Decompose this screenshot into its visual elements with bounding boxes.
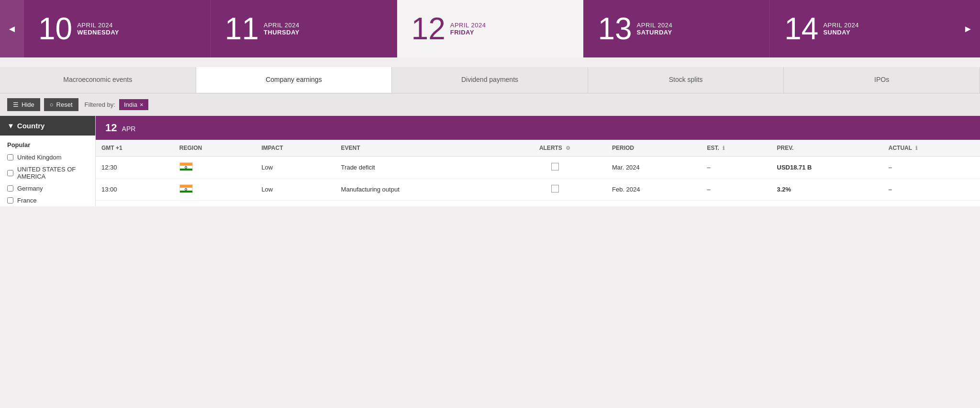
col-header-actual: ACTUAL ℹ — [883, 140, 980, 157]
day-14-number: 14 — [784, 13, 818, 44]
day-13-name: SATURDAY — [637, 29, 673, 36]
row1-region — [174, 157, 256, 179]
row1-prev: USD18.71 B — [771, 157, 883, 179]
tab-ipos[interactable]: IPOs — [784, 67, 980, 93]
col-header-event: EVENT — [335, 140, 504, 157]
filter-tag-india[interactable]: India × — [119, 99, 148, 110]
calendar-day-13[interactable]: 13 APRIL 2024 SATURDAY — [583, 0, 770, 57]
india-flag — [179, 162, 193, 171]
checkbox-united-kingdom[interactable] — [7, 154, 13, 160]
day-12-number: 12 — [412, 13, 445, 44]
tab-stock-splits[interactable]: Stock splits — [588, 67, 784, 93]
actual-info-icon[interactable]: ℹ — [915, 145, 917, 151]
table-header-row: GMT +1 REGION IMPACT EVENT ALERTS ⚙ PERI… — [96, 140, 980, 157]
row2-event: Manufacturing output — [335, 179, 504, 201]
day-14-info: APRIL 2024 SUNDAY — [823, 22, 859, 36]
reset-icon: ○ — [50, 101, 54, 108]
india-flag-2 — [179, 184, 193, 193]
day-11-number: 11 — [225, 13, 259, 44]
row1-impact: Low — [256, 157, 335, 179]
day-13-number: 13 — [598, 13, 632, 44]
alerts-settings-icon[interactable]: ⚙ — [566, 145, 570, 151]
day-12-month: APRIL 2024 — [450, 22, 486, 29]
hide-label: Hide — [22, 101, 34, 108]
germany-label: Germany — [17, 185, 43, 192]
tabs-container: Macroeconomic events Company earnings Di… — [0, 67, 980, 93]
calendar-day-11[interactable]: 11 APRIL 2024 THURSDAY — [211, 0, 397, 57]
sidebar-item-united-kingdom[interactable]: United Kingdom — [0, 151, 95, 163]
tab-company-earnings[interactable]: Company earnings — [196, 67, 392, 93]
day-11-name: THURSDAY — [264, 29, 300, 36]
col-header-alerts: ALERTS ⚙ — [503, 140, 606, 157]
tab-dividend-payments[interactable]: Dividend payments — [392, 67, 588, 93]
col-header-region: REGION — [174, 140, 256, 157]
row2-period: Feb. 2024 — [606, 179, 702, 201]
sidebar-item-germany[interactable]: Germany — [0, 182, 95, 194]
prev-nav-button[interactable]: ◄ — [0, 0, 24, 57]
chevron-down-icon: ▼ — [7, 122, 14, 130]
layout: ▼ Country Popular United Kingdom UNITED … — [0, 116, 980, 206]
col-header-prev: PREV. — [771, 140, 883, 157]
row2-time: 13:00 — [96, 179, 174, 201]
row1-alert-checkbox[interactable] — [551, 163, 559, 170]
row1-time: 12:30 — [96, 157, 174, 179]
table-row: 13:00 Low Manufacturing output — [96, 179, 980, 201]
reset-button[interactable]: ○ Reset — [44, 98, 78, 111]
row1-actual: – — [883, 157, 980, 179]
filtered-by-label: Filtered by: — [85, 101, 115, 108]
row2-alerts[interactable] — [503, 179, 606, 201]
row2-region — [174, 179, 256, 201]
day-10-info: APRIL 2024 WEDNESDAY — [77, 22, 119, 36]
day-13-info: APRIL 2024 SATURDAY — [637, 22, 673, 36]
events-table: GMT +1 REGION IMPACT EVENT ALERTS ⚙ PERI… — [96, 140, 980, 201]
hide-icon: ☰ — [13, 101, 19, 108]
hide-button[interactable]: ☰ Hide — [7, 98, 40, 111]
calendar-day-14[interactable]: 14 APRIL 2024 SUNDAY — [770, 0, 956, 57]
sidebar-item-usa[interactable]: UNITED STATES OF AMERICA — [0, 163, 95, 182]
table-row: 12:30 Low Trade deficit — [96, 157, 980, 179]
calendar-day-10[interactable]: 10 APRIL 2024 WEDNESDAY — [24, 0, 211, 57]
events-content: 12 APR GMT +1 REGION IMPACT EVENT ALERTS… — [96, 116, 980, 206]
tab-macroeconomic[interactable]: Macroeconomic events — [0, 67, 196, 93]
row2-actual: – — [883, 179, 980, 201]
day-11-month: APRIL 2024 — [264, 22, 300, 29]
checkbox-usa[interactable] — [7, 170, 13, 176]
row1-est: – — [702, 157, 771, 179]
filter-tag-label: India — [124, 101, 137, 108]
col-header-time: GMT +1 — [96, 140, 174, 157]
next-nav-button[interactable]: ► — [956, 0, 980, 57]
checkbox-france[interactable] — [7, 197, 13, 204]
date-suffix: APR — [122, 125, 136, 133]
united-kingdom-label: United Kingdom — [17, 154, 62, 161]
day-14-name: SUNDAY — [823, 29, 859, 36]
checkbox-germany[interactable] — [7, 185, 13, 192]
row1-alerts[interactable] — [503, 157, 606, 179]
date-header: 12 APR — [96, 116, 980, 140]
col-header-period: PERIOD — [606, 140, 702, 157]
main-content: Macroeconomic events Company earnings Di… — [0, 57, 980, 216]
france-label: France — [17, 197, 36, 204]
day-12-info: APRIL 2024 FRIDAY — [450, 22, 486, 36]
col-header-impact: IMPACT — [256, 140, 335, 157]
sidebar-country-header[interactable]: ▼ Country — [0, 116, 95, 136]
day-13-month: APRIL 2024 — [637, 22, 673, 29]
row1-event: Trade deficit — [335, 157, 504, 179]
row2-prev: 3.2% — [771, 179, 883, 201]
row1-period: Mar. 2024 — [606, 157, 702, 179]
day-14-month: APRIL 2024 — [823, 22, 859, 29]
date-number: 12 — [105, 122, 117, 134]
sidebar-popular-title: Popular — [0, 136, 95, 151]
day-10-name: WEDNESDAY — [77, 29, 119, 36]
usa-label: UNITED STATES OF AMERICA — [17, 166, 88, 180]
sidebar-country-label: Country — [17, 122, 45, 130]
row2-impact: Low — [256, 179, 335, 201]
row2-alert-checkbox[interactable] — [551, 185, 559, 193]
day-10-month: APRIL 2024 — [77, 22, 119, 29]
calendar-day-12[interactable]: 12 APRIL 2024 FRIDAY — [397, 0, 584, 57]
reset-label: Reset — [56, 101, 73, 108]
row2-est: – — [702, 179, 771, 201]
filter-tag-close-icon[interactable]: × — [140, 101, 144, 108]
day-10-number: 10 — [38, 13, 72, 44]
sidebar-item-france[interactable]: France — [0, 194, 95, 206]
est-info-icon[interactable]: ℹ — [723, 145, 724, 151]
